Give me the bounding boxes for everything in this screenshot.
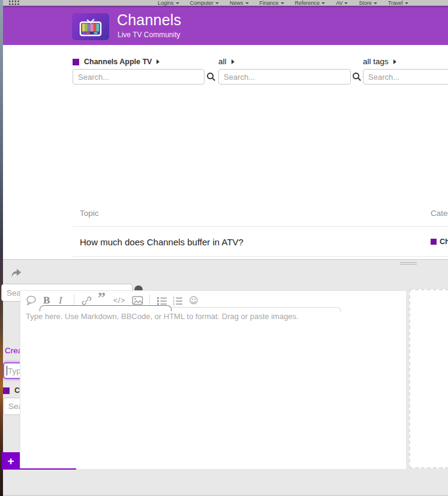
bookmark-folder-computer[interactable]: Computer bbox=[190, 0, 220, 6]
chevron-down-icon bbox=[281, 2, 284, 4]
category-color-badge bbox=[431, 239, 437, 245]
category-filter-dropdown[interactable]: Channels Apple TV bbox=[73, 58, 160, 66]
channels-logo[interactable] bbox=[72, 13, 109, 40]
category-color-badge bbox=[3, 387, 10, 394]
numbered-list-button[interactable]: 123 bbox=[172, 294, 183, 307]
search-icon bbox=[352, 72, 362, 82]
tags-search-input[interactable] bbox=[363, 69, 448, 85]
arrow-right-icon bbox=[231, 59, 234, 64]
bookmark-folder-travel[interactable]: Travel bbox=[388, 0, 408, 6]
tv-icon bbox=[76, 16, 105, 38]
chevron-down-icon bbox=[405, 2, 408, 4]
bookmark-folder-news[interactable]: News bbox=[230, 0, 249, 6]
comment-icon[interactable] bbox=[26, 294, 37, 307]
level-search-input[interactable] bbox=[218, 69, 351, 85]
category-column-header: Category bbox=[431, 209, 448, 218]
editor-textarea[interactable]: Type here. Use Markdown, BBCode, or HTML… bbox=[26, 312, 299, 321]
topic-category-label: Channels bbox=[440, 238, 448, 246]
category-color-badge bbox=[73, 59, 79, 65]
add-button[interactable]: + bbox=[2, 452, 20, 470]
bookmark-label: Finance bbox=[260, 0, 279, 6]
chevron-down-icon bbox=[215, 2, 219, 4]
tags-filter-dropdown[interactable]: all tags bbox=[363, 57, 396, 66]
bookmark-folder-store[interactable]: Store bbox=[359, 0, 377, 6]
table-header-divider bbox=[73, 226, 448, 227]
arrow-right-icon bbox=[393, 59, 396, 64]
search-icon bbox=[206, 72, 216, 82]
svg-text:3: 3 bbox=[173, 302, 175, 306]
chevron-down-icon bbox=[245, 2, 249, 4]
topic-category-badge[interactable]: Channels bbox=[431, 238, 448, 246]
bookmark-label: Travel bbox=[388, 0, 403, 6]
bookmark-folder-finance[interactable]: Finance bbox=[260, 0, 284, 6]
tags-filter-label: all tags bbox=[363, 57, 389, 66]
category-search-input[interactable] bbox=[73, 69, 205, 85]
chevron-down-icon bbox=[374, 2, 377, 4]
bookmark-folder-reference[interactable]: Reference bbox=[295, 0, 326, 6]
topic-column-header: Topic bbox=[80, 209, 99, 218]
bookmark-label: Reference bbox=[295, 0, 320, 6]
screen: Logins Computer News Finance Reference A… bbox=[0, 0, 448, 496]
topic-title-link[interactable]: How much does Channels buffer in ATV? bbox=[80, 237, 243, 247]
emoji-button[interactable]: ☺ bbox=[189, 294, 199, 307]
level-filter-dropdown[interactable]: all bbox=[218, 57, 234, 66]
footer bbox=[3, 470, 448, 496]
text-caret bbox=[7, 366, 7, 375]
bookmark-folder-logins[interactable]: Logins bbox=[158, 0, 179, 6]
bookmark-label: Computer bbox=[190, 0, 214, 6]
bookmark-folder-av[interactable]: AV bbox=[336, 0, 348, 6]
bookmark-label: Logins bbox=[158, 0, 174, 6]
toolbar-divider bbox=[74, 294, 74, 305]
bookmark-folders: Logins Computer News Finance Reference A… bbox=[158, 0, 448, 6]
level-filter-label: all bbox=[218, 57, 227, 66]
blockquote-button[interactable]: ” bbox=[98, 294, 106, 302]
bookmark-label: News bbox=[230, 0, 243, 6]
composer-drag-handle[interactable] bbox=[397, 260, 420, 266]
site-header: Channels Live TV Community bbox=[3, 6, 448, 45]
reply-arrow-icon bbox=[10, 267, 22, 279]
category-filter-label: Channels Apple TV bbox=[84, 58, 152, 66]
site-subtitle: Live TV Community bbox=[118, 31, 180, 39]
chevron-down-icon bbox=[176, 2, 179, 4]
table-row-divider bbox=[73, 256, 448, 257]
apps-grid-icon[interactable] bbox=[9, 1, 20, 5]
toolbar-divider bbox=[149, 294, 150, 305]
background-input-outline-focused bbox=[40, 305, 172, 311]
arrow-right-icon bbox=[157, 59, 160, 64]
page-content: Channels Apple TV all all tags Topic Cat… bbox=[3, 45, 448, 259]
composer-preview-panel bbox=[409, 289, 448, 468]
site-title[interactable]: Channels bbox=[117, 11, 181, 29]
bookmarks-bar: Logins Computer News Finance Reference A… bbox=[3, 0, 448, 6]
bookmark-label: AV bbox=[336, 0, 342, 6]
chevron-down-icon bbox=[321, 2, 325, 4]
chevron-down-icon bbox=[344, 2, 348, 4]
composer-panel: Create Type Channels B I bbox=[3, 259, 448, 470]
bookmark-label: Store bbox=[359, 0, 372, 6]
composer-editor: B I ” </> bbox=[20, 290, 406, 469]
